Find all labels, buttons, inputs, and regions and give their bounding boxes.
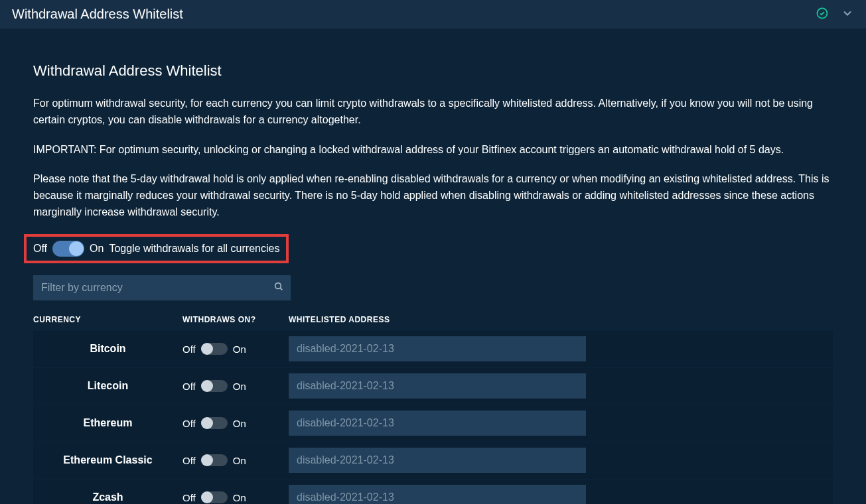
toggle-all-off-label: Off <box>33 243 47 255</box>
toggle-all-highlight: Off On Toggle withdrawals for all curren… <box>24 234 289 263</box>
withdraws-toggle-cell: OffOn <box>182 491 289 503</box>
section-title: Withdrawal Address Whitelist <box>33 62 833 80</box>
row-on-label: On <box>233 455 246 466</box>
currency-name: Zcash <box>33 491 182 503</box>
filter-input[interactable] <box>33 275 291 300</box>
row-on-label: On <box>233 418 246 429</box>
svg-point-1 <box>275 283 281 288</box>
withdraws-toggle[interactable] <box>201 343 228 355</box>
withdraws-toggle-cell: OffOn <box>182 380 289 392</box>
description-2: IMPORTANT: For optimum security, unlocki… <box>33 142 833 158</box>
withdraws-toggle[interactable] <box>201 454 228 466</box>
filter-wrap <box>33 275 291 300</box>
search-icon[interactable] <box>273 281 284 294</box>
address-cell <box>289 373 586 399</box>
panel-title: Withdrawal Address Whitelist <box>12 7 183 22</box>
panel-header: Withdrawal Address Whitelist <box>0 0 866 29</box>
whitelist-address-input[interactable] <box>289 373 586 399</box>
panel-actions <box>816 7 854 23</box>
withdraws-toggle-cell: OffOn <box>182 417 289 429</box>
currency-name: Ethereum Classic <box>33 454 182 466</box>
table-row: Ethereum ClassicOffOn <box>33 442 833 479</box>
toggle-all-description: Toggle withdrawals for all currencies <box>109 243 279 255</box>
withdraws-toggle-cell: OffOn <box>182 454 289 466</box>
address-cell <box>289 448 586 473</box>
svg-line-2 <box>280 288 282 290</box>
col-address-header: WHITELISTED ADDRESS <box>289 315 833 324</box>
description-1: For optimum withdrawal security, for eac… <box>33 95 833 129</box>
withdraws-toggle-cell: OffOn <box>182 343 289 355</box>
col-currency-header: CURRENCY <box>33 315 182 324</box>
currency-name: Ethereum <box>33 417 182 429</box>
table-row: BitcoinOffOn <box>33 331 833 367</box>
withdraws-toggle[interactable] <box>201 380 228 392</box>
table-header: CURRENCY WITHDRAWS ON? WHITELISTED ADDRE… <box>33 315 833 331</box>
check-circle-icon[interactable] <box>816 7 829 23</box>
col-withdraws-header: WITHDRAWS ON? <box>182 315 289 324</box>
row-on-label: On <box>233 344 246 355</box>
currency-name: Litecoin <box>33 380 182 392</box>
address-cell <box>289 485 586 504</box>
table-body[interactable]: BitcoinOffOnLitecoinOffOnEthereumOffOnEt… <box>33 331 833 504</box>
whitelist-address-input[interactable] <box>289 410 586 436</box>
address-cell <box>289 410 586 436</box>
toggle-all-switch[interactable] <box>52 241 84 257</box>
row-off-label: Off <box>182 455 196 466</box>
whitelist-address-input[interactable] <box>289 448 586 473</box>
description-3: Please note that the 5-day withdrawal ho… <box>33 171 833 220</box>
withdraws-toggle[interactable] <box>201 417 228 429</box>
withdraws-toggle[interactable] <box>201 491 228 503</box>
table-row: ZcashOffOn <box>33 479 833 504</box>
panel-content: Withdrawal Address Whitelist For optimum… <box>0 29 866 504</box>
row-off-label: Off <box>182 492 196 503</box>
whitelist-address-input[interactable] <box>289 485 586 504</box>
chevron-down-icon[interactable] <box>841 7 854 23</box>
whitelist-address-input[interactable] <box>289 336 586 361</box>
table-row: EthereumOffOn <box>33 405 833 442</box>
row-off-label: Off <box>182 418 196 429</box>
toggle-all-on-label: On <box>90 243 104 255</box>
row-off-label: Off <box>182 344 196 355</box>
address-cell <box>289 336 586 361</box>
row-on-label: On <box>233 492 246 503</box>
row-off-label: Off <box>182 381 196 392</box>
row-on-label: On <box>233 381 246 392</box>
currency-name: Bitcoin <box>33 343 182 355</box>
table-row: LitecoinOffOn <box>33 368 833 405</box>
